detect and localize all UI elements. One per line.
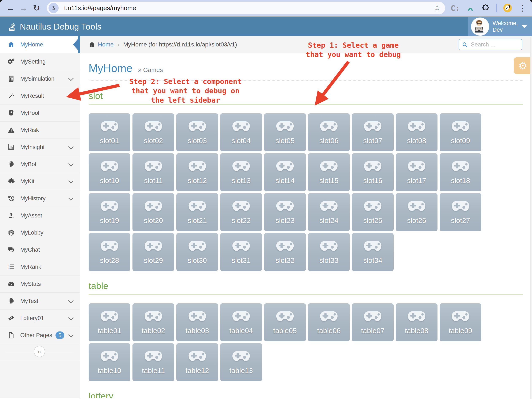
game-tile-table08[interactable]: table08 (396, 303, 437, 341)
game-tile-slot07[interactable]: slot07 (352, 113, 394, 151)
sidebar-item-myrisk[interactable]: MyRisk (0, 122, 80, 139)
game-tile-table05[interactable]: table05 (264, 303, 306, 341)
game-tile-slot15[interactable]: slot15 (308, 153, 350, 191)
scrollbar[interactable] (530, 37, 532, 399)
game-tile-label: slot06 (319, 137, 339, 145)
game-tile-slot22[interactable]: slot22 (220, 193, 262, 231)
game-tile-slot04[interactable]: slot04 (220, 113, 262, 151)
breadcrumb-separator: › (118, 41, 119, 48)
game-tile-table12[interactable]: table12 (176, 343, 218, 381)
game-tile-table13[interactable]: table13 (220, 343, 262, 381)
breadcrumb-home-link[interactable]: Home (98, 41, 114, 48)
sidebar-item-myhome[interactable]: MyHome (0, 36, 80, 53)
game-tile-slot28[interactable]: slot28 (89, 233, 130, 271)
game-tile-slot30[interactable]: slot30 (176, 233, 218, 271)
game-tile-slot11[interactable]: slot11 (133, 153, 174, 191)
game-tile-table07[interactable]: table07 (352, 303, 394, 341)
bar-chart-icon (6, 144, 16, 151)
game-tile-slot12[interactable]: slot12 (176, 153, 218, 191)
sidebar-item-myasset[interactable]: MyAsset (0, 207, 80, 224)
address-bar[interactable]: t.n11s.io/#pages/myhome ☆ (47, 2, 445, 14)
section-slot: slotslot01slot02slot03slot04slot05slot06… (89, 91, 523, 271)
game-tile-slot05[interactable]: slot05 (264, 113, 306, 151)
sidebar-item-mykit[interactable]: MyKit (0, 173, 80, 190)
welcome-text: Welcome, Dev (493, 20, 518, 33)
list-ol-icon: 123 (6, 263, 16, 270)
game-tile-slot17[interactable]: slot17 (396, 153, 437, 191)
game-tile-table03[interactable]: table03 (176, 303, 218, 341)
vpn-mountain-icon[interactable] (466, 3, 475, 13)
game-tile-slot10[interactable]: slot10 (89, 153, 130, 191)
gamepad-icon (100, 241, 119, 252)
gamepad-icon (319, 161, 339, 173)
game-tile-table02[interactable]: table02 (133, 303, 174, 341)
search-input[interactable] (470, 40, 520, 49)
site-settings-icon[interactable] (49, 3, 59, 13)
game-tile-slot25[interactable]: slot25 (352, 193, 394, 231)
reload-icon[interactable]: ↻ (30, 1, 43, 15)
game-tile-slot29[interactable]: slot29 (133, 233, 174, 271)
game-tile-table11[interactable]: table11 (133, 343, 174, 381)
game-tile-table06[interactable]: table06 (308, 303, 350, 341)
game-tile-slot09[interactable]: slot09 (440, 113, 481, 151)
game-tile-slot13[interactable]: slot13 (220, 153, 262, 191)
sidebar-item-myresult[interactable]: MyResult (0, 87, 80, 104)
sidebar-item-myinsight[interactable]: MyInsight (0, 139, 80, 156)
game-tile-slot32[interactable]: slot32 (264, 233, 306, 271)
game-tile-slot02[interactable]: slot02 (133, 113, 174, 151)
game-tile-label: slot27 (451, 216, 470, 225)
back-icon[interactable]: ← (4, 1, 17, 15)
game-tile-slot08[interactable]: slot08 (396, 113, 437, 151)
sidebar-item-mytest[interactable]: MyTest (0, 293, 80, 310)
sidebar-item-other-pages[interactable]: Other Pages5 (0, 327, 80, 344)
game-tile-slot34[interactable]: slot34 (352, 233, 394, 271)
game-tile-slot19[interactable]: slot19 (89, 193, 130, 231)
sidebar-item-myrank[interactable]: 123MyRank (0, 258, 80, 276)
game-tile-table04[interactable]: table04 (220, 303, 262, 341)
game-tile-slot33[interactable]: slot33 (308, 233, 350, 271)
game-tile-slot16[interactable]: slot16 (352, 153, 394, 191)
settings-gear-button[interactable]: ⚙ (514, 57, 532, 74)
game-tile-slot20[interactable]: slot20 (133, 193, 174, 231)
game-tile-slot24[interactable]: slot24 (308, 193, 350, 231)
sidebar-item-mysimulation[interactable]: MySimulation (0, 70, 80, 87)
forward-icon[interactable]: → (17, 1, 30, 15)
extensions-puzzle-icon[interactable] (481, 3, 490, 13)
game-tile-slot21[interactable]: slot21 (176, 193, 218, 231)
sidebar-item-mybot[interactable]: MyBot (0, 156, 80, 173)
game-tile-slot18[interactable]: slot18 (440, 153, 481, 191)
game-tile-slot26[interactable]: slot26 (396, 193, 437, 231)
hexagon-icon (6, 229, 16, 236)
game-tile-slot14[interactable]: slot14 (264, 153, 306, 191)
sidebar-item-mychat[interactable]: MyChat (0, 241, 80, 258)
url-text[interactable]: t.n11s.io/#pages/myhome (64, 4, 136, 12)
sidebar-item-mysetting[interactable]: MySetting (0, 53, 80, 70)
sidebar-item-myhistory[interactable]: MyHistory (0, 190, 80, 207)
profile-avatar-icon[interactable] (503, 3, 512, 13)
section-divider (89, 104, 523, 104)
sidebar-item-mypool[interactable]: MyPool (0, 104, 80, 122)
game-tile-slot06[interactable]: slot06 (308, 113, 350, 151)
game-tile-slot27[interactable]: slot27 (440, 193, 481, 231)
game-tile-table10[interactable]: table10 (89, 343, 130, 381)
user-menu[interactable]: </> Welcome, Dev (468, 17, 532, 36)
sidebar-collapse-button[interactable]: « (34, 346, 45, 357)
sidebar-item-mylobby[interactable]: MyLobby (0, 224, 80, 241)
app-title: Nautilus Debug Tools (20, 22, 101, 32)
game-tile-slot23[interactable]: slot23 (264, 193, 306, 231)
sidebar-item-lottery01[interactable]: Lottery01 (0, 310, 80, 327)
game-tile-label: slot20 (144, 216, 163, 225)
browser-menu-icon[interactable]: ⋮ (518, 3, 527, 13)
sidebar-item-mystats[interactable]: MyStats (0, 276, 80, 293)
game-grid: table01table02table03table04table05table… (89, 303, 485, 381)
game-tile-table09[interactable]: table09 (440, 303, 481, 341)
bookmark-star-icon[interactable]: ☆ (434, 3, 440, 12)
game-tile-slot03[interactable]: slot03 (176, 113, 218, 151)
c-extension-icon[interactable]: C: (450, 3, 460, 13)
game-tile-slot01[interactable]: slot01 (89, 113, 130, 151)
app-header: Nautilus Debug Tools </> Welcome, Dev (0, 17, 532, 36)
game-tile-label: slot16 (363, 176, 382, 185)
game-tile-slot31[interactable]: slot31 (220, 233, 262, 271)
sidebar-item-label: MyHistory (20, 195, 45, 202)
game-tile-table01[interactable]: table01 (89, 303, 130, 341)
